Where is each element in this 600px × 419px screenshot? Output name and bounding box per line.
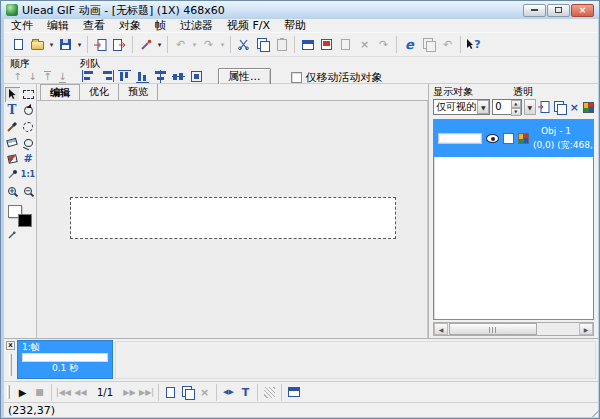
tab-optimize[interactable]: 优化 xyxy=(80,84,119,100)
actual-size-tool[interactable]: 1:1 xyxy=(21,167,36,182)
wand-dropdown[interactable]: ▾ xyxy=(155,41,164,49)
transparency-spinner[interactable]: 0 ▲ ▼ xyxy=(492,99,522,115)
copy-button[interactable] xyxy=(253,35,272,54)
scroll-right-arrow[interactable]: ▶ xyxy=(579,323,593,335)
align-left-button[interactable] xyxy=(81,70,97,83)
properties-button[interactable]: 属性... xyxy=(218,68,271,85)
add-frame-button[interactable] xyxy=(162,384,179,401)
transparency-slider-dropdown[interactable]: ▼ xyxy=(524,99,536,115)
canvas-selection[interactable] xyxy=(70,197,396,239)
object-properties-button[interactable] xyxy=(583,102,594,113)
menu-video-fx[interactable]: 视频 F/X xyxy=(220,19,277,32)
first-frame-button[interactable]: |◀◀ xyxy=(55,384,72,401)
eraser-tool[interactable] xyxy=(5,135,20,150)
background-color-swatch[interactable] xyxy=(18,214,32,227)
save-dropdown[interactable]: ▾ xyxy=(75,41,84,49)
object-list-scrollbar[interactable]: ◀ ▶ xyxy=(433,322,594,336)
menu-help[interactable]: 帮助 xyxy=(277,19,313,32)
scrollbar-thumb[interactable] xyxy=(449,323,537,335)
menu-frame[interactable]: 帧 xyxy=(148,19,173,32)
add-image-button[interactable] xyxy=(91,35,110,54)
crop-canvas-button[interactable] xyxy=(336,35,355,54)
next-frame-button[interactable]: ▶▶ xyxy=(121,384,138,401)
add-object-button[interactable] xyxy=(538,98,550,117)
play-button[interactable]: ▶ xyxy=(14,384,31,401)
frame-cell-1[interactable]: 1:帧 0.1 秒 xyxy=(17,340,113,379)
export-button[interactable] xyxy=(110,35,129,54)
stop-button[interactable]: ■ xyxy=(31,384,48,401)
menu-edit[interactable]: 编辑 xyxy=(40,19,76,32)
frame-panel-button[interactable] xyxy=(298,35,317,54)
only-move-active-checkbox[interactable] xyxy=(291,72,302,83)
select-tool[interactable] xyxy=(21,87,36,102)
delete-frame-button[interactable]: × xyxy=(196,384,213,401)
visibility-eye-icon[interactable] xyxy=(486,134,499,143)
show-objects-select[interactable]: 仅可视的 ▼ xyxy=(433,99,490,115)
menu-view[interactable]: 查看 xyxy=(76,19,112,32)
tween-button[interactable]: T xyxy=(237,384,254,401)
move-to-top-button[interactable]: ↑ xyxy=(40,70,55,84)
cut-button[interactable] xyxy=(234,35,253,54)
selection-wand-tool[interactable] xyxy=(21,119,36,134)
previous-frame-button[interactable]: ◀◀ xyxy=(72,384,89,401)
text-tool[interactable]: T xyxy=(5,103,20,118)
lasso-tool[interactable] xyxy=(21,135,36,150)
minimize-button[interactable] xyxy=(523,4,546,17)
fill-tool[interactable] xyxy=(5,151,20,166)
rotate-button[interactable]: ↷ xyxy=(374,35,393,54)
align-bottom-button[interactable] xyxy=(135,70,151,83)
center-both-button[interactable] xyxy=(189,70,205,83)
new-document-button[interactable] xyxy=(9,35,28,54)
object-row[interactable]: Obj - 1 (0,0) (宽:468, 高:60) xyxy=(434,120,593,157)
move-down-button[interactable]: ↓ xyxy=(25,70,40,84)
scroll-left-arrow[interactable]: ◀ xyxy=(434,323,448,335)
preview-in-browser-button[interactable]: e xyxy=(400,35,419,54)
align-right-button[interactable] xyxy=(99,70,115,83)
slice-tool[interactable]: # xyxy=(21,151,36,166)
titlebar[interactable]: Ulead GIF 动画 - [无标题] (1X) 468x60 × xyxy=(1,1,599,19)
send-mail-button[interactable]: ↶ xyxy=(438,35,457,54)
undo-button[interactable]: ↶ xyxy=(171,35,190,54)
resize-grip[interactable] xyxy=(588,404,600,417)
object-color-square[interactable] xyxy=(518,133,529,144)
center-horizontal-button[interactable] xyxy=(153,70,169,83)
redo-button[interactable]: ↷ xyxy=(199,35,218,54)
duplicate-frame-button[interactable] xyxy=(179,384,196,401)
center-vertical-button[interactable] xyxy=(171,70,187,83)
show-objects-dropdown-icon[interactable]: ▼ xyxy=(477,100,489,114)
frame-strip-grip[interactable] xyxy=(9,354,12,376)
move-to-bottom-button[interactable]: ↓ xyxy=(55,70,70,84)
open-dropdown[interactable]: ▾ xyxy=(47,41,56,49)
eyedropper-tool[interactable] xyxy=(5,167,20,182)
duplicate-object-button[interactable] xyxy=(554,101,566,114)
help-button[interactable]: ? xyxy=(464,35,483,54)
setup-wand-button[interactable] xyxy=(136,35,155,54)
tab-preview[interactable]: 预览 xyxy=(119,84,158,100)
paste-button[interactable] xyxy=(272,35,291,54)
convert-frame-button[interactable] xyxy=(285,384,302,401)
last-frame-button[interactable]: ▶▶| xyxy=(138,384,155,401)
transparency-up-button[interactable]: ▲ xyxy=(511,100,521,108)
optimization-wizard-button[interactable] xyxy=(317,35,336,54)
align-top-button[interactable] xyxy=(117,70,133,83)
playbar-grip[interactable] xyxy=(7,385,10,399)
object-toggle-square[interactable] xyxy=(503,133,514,144)
reverse-order-button[interactable]: ◀▶ xyxy=(220,384,237,401)
open-button[interactable] xyxy=(28,35,47,54)
undo-dropdown[interactable]: ▾ xyxy=(190,41,199,49)
transform-tool[interactable] xyxy=(21,103,36,118)
move-up-button[interactable]: ↑ xyxy=(10,70,25,84)
delete-object-button[interactable]: × xyxy=(570,102,579,113)
delete-button[interactable]: × xyxy=(355,35,374,54)
menu-object[interactable]: 对象 xyxy=(112,19,148,32)
maximize-button[interactable] xyxy=(547,4,570,17)
paintbrush-tool[interactable] xyxy=(5,119,20,134)
zoom-out-tool[interactable]: − xyxy=(21,183,36,198)
save-button[interactable] xyxy=(56,35,75,54)
export-html-button[interactable] xyxy=(419,35,438,54)
add-banner-text-button[interactable] xyxy=(261,384,278,401)
tab-edit[interactable]: 编辑 xyxy=(40,84,80,100)
menu-filters[interactable]: 过滤器 xyxy=(173,19,220,32)
close-frame-panel-button[interactable]: x xyxy=(6,341,15,350)
close-button[interactable]: × xyxy=(571,4,594,17)
